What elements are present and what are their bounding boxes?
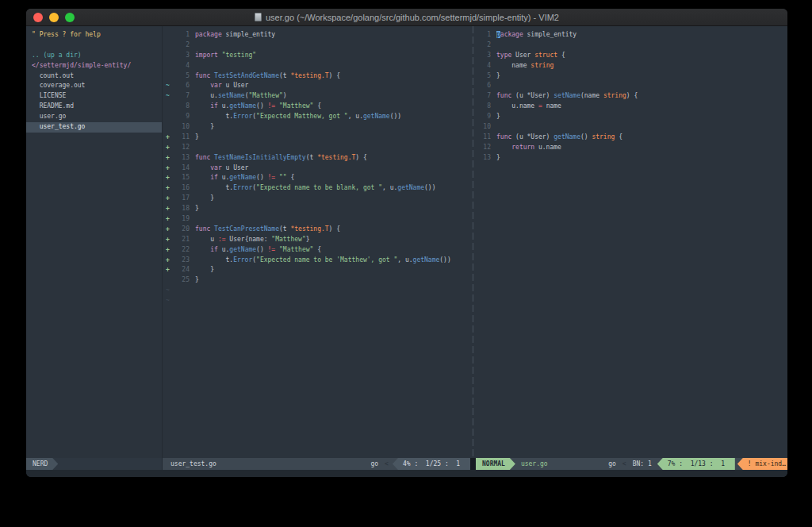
code-line[interactable]: 12 return u.name <box>478 143 787 153</box>
titlebar[interactable]: user.go (~/Workspace/golang/src/github.c… <box>26 9 787 26</box>
filetype-label: go <box>366 458 383 470</box>
code-line[interactable]: 2 <box>163 40 470 51</box>
gitgutter-sign: ~ <box>163 81 172 91</box>
sign-column <box>163 30 172 40</box>
line-number: 2 <box>172 40 190 51</box>
tree-item[interactable]: count.out <box>26 71 162 82</box>
zoom-button[interactable] <box>65 13 75 22</box>
line-number: 11 <box>172 133 190 143</box>
split-line <box>473 26 473 458</box>
nerdtree-status-label: NERD <box>26 458 58 470</box>
code-text: package simple_entity <box>491 30 576 40</box>
code-text: func (u *User) getName() string { <box>491 133 622 143</box>
line-number: 5 <box>172 71 190 82</box>
code-line[interactable]: 3type User struct { <box>478 51 787 61</box>
gitgutter-sign: + <box>163 183 172 194</box>
code-line[interactable]: ~6 var u User <box>163 81 470 91</box>
code-body-user-test[interactable]: 1package simple_entity 2 3import "testin… <box>163 26 470 458</box>
code-line[interactable]: +19 <box>163 214 470 225</box>
mixed-indent-warning: ! mix-ind… <box>737 458 787 470</box>
code-line[interactable]: 1package simple_entity <box>163 30 470 40</box>
sign-column <box>163 61 172 71</box>
line-number <box>172 286 190 296</box>
gitgutter-sign: + <box>163 214 172 225</box>
code-line[interactable]: 5} <box>478 71 787 82</box>
code-text: } <box>190 275 199 286</box>
code-line[interactable]: +16 t.Error("Expected name to be blank, … <box>163 183 470 194</box>
close-button[interactable] <box>33 13 43 22</box>
mode-indicator: NORMAL <box>476 458 515 470</box>
code-text: type User struct { <box>491 51 565 61</box>
code-line[interactable]: 10 } <box>163 122 470 133</box>
line-number: 3 <box>478 51 491 61</box>
tree-item[interactable]: LICENSE <box>26 91 162 102</box>
code-line[interactable]: +24 } <box>163 265 470 275</box>
tree-item[interactable]: .. (up a dir) <box>26 51 162 61</box>
code-text: if u.getName() != "" { <box>190 173 294 183</box>
line-number: 15 <box>172 173 190 183</box>
code-line[interactable]: +20func TestCanPresetName(t *testing.T) … <box>163 225 470 235</box>
code-line[interactable]: 7func (u *User) setName(name string) { <box>478 91 787 102</box>
minimize-button[interactable] <box>49 13 59 22</box>
tree-item[interactable]: " Press ? for help <box>26 30 162 40</box>
line-number: 24 <box>172 265 190 275</box>
code-line[interactable]: 5func TestSetAndGetName(t *testing.T) { <box>163 71 470 82</box>
code-line[interactable]: 11func (u *User) getName() string { <box>478 133 787 143</box>
code-line[interactable]: 4 name string <box>478 61 787 71</box>
nerdtree-body[interactable]: " Press ? for help .. (up a dir)</setter… <box>26 26 162 458</box>
code-text: name string <box>491 61 553 71</box>
code-line[interactable]: +13func TestNameIsInitiallyEmpty(t *test… <box>163 153 470 163</box>
vertical-split-separator[interactable] <box>470 26 476 470</box>
command-line[interactable] <box>26 470 787 477</box>
code-line[interactable]: 2 <box>478 40 787 51</box>
code-text: } <box>491 153 500 163</box>
editor-pane-user: 1package simple_entity23type User struct… <box>476 26 787 470</box>
code-line[interactable]: 25} <box>163 275 470 286</box>
line-number: 1 <box>172 30 190 40</box>
code-line[interactable]: 1package simple_entity <box>478 30 787 40</box>
code-body-user[interactable]: 1package simple_entity23type User struct… <box>476 26 787 458</box>
code-line[interactable]: 13} <box>478 153 787 163</box>
code-line[interactable]: 9} <box>478 112 787 122</box>
code-line[interactable]: 8 if u.getName() != "Matthew" { <box>163 102 470 112</box>
line-number: 9 <box>478 112 491 122</box>
code-text: } <box>491 71 500 82</box>
code-line[interactable]: 4 <box>163 61 470 71</box>
code-line[interactable]: +21 u := User{name: "Matthew"} <box>163 235 470 245</box>
code-line[interactable]: ~7 u.setName("Matthew") <box>163 91 470 102</box>
code-line[interactable]: 8 u.name = name <box>478 102 787 112</box>
code-line[interactable]: 6 <box>478 81 787 91</box>
code-text: } <box>491 112 500 122</box>
code-line[interactable]: +17 } <box>163 194 470 204</box>
line-number: 11 <box>478 133 491 143</box>
window-title-area: user.go (~/Workspace/golang/src/github.c… <box>26 9 787 25</box>
gitgutter-sign: + <box>163 204 172 214</box>
tree-item[interactable] <box>26 40 162 51</box>
sign-column <box>163 102 172 112</box>
tree-item[interactable]: README.md <box>26 102 162 112</box>
code-text: u.setName("Matthew") <box>190 91 287 102</box>
tree-item[interactable]: user.go <box>26 112 162 122</box>
tree-item[interactable]: user_test.go <box>26 122 162 133</box>
code-line[interactable]: ~ <box>163 296 470 306</box>
code-line[interactable]: 3import "testing" <box>163 51 470 61</box>
line-number: 3 <box>172 51 190 61</box>
code-line[interactable]: +18} <box>163 204 470 214</box>
code-line[interactable]: ~ <box>163 286 470 296</box>
ruler-position: 4% : 1/25 : 1 <box>393 458 470 470</box>
code-line[interactable]: 9 t.Error("Expected Matthew, got ", u.ge… <box>163 112 470 122</box>
line-number: 9 <box>172 112 190 122</box>
code-line[interactable]: +23 t.Error("Expected name to be 'Matthe… <box>163 256 470 266</box>
tree-item[interactable]: coverage.out <box>26 81 162 91</box>
line-number: 19 <box>172 214 190 225</box>
code-line[interactable]: +14 var u User <box>163 163 470 174</box>
code-line[interactable]: +11} <box>163 133 470 143</box>
code-line[interactable]: +15 if u.getName() != "" { <box>163 173 470 183</box>
code-line[interactable]: 10 <box>478 122 787 133</box>
code-line[interactable]: +22 if u.getName() != "Matthew" { <box>163 245 470 256</box>
code-line[interactable]: +12 <box>163 143 470 153</box>
line-number: 25 <box>172 275 190 286</box>
tree-item[interactable]: </settermjd/simple-entity/ <box>26 61 162 71</box>
status-filename: user_test.go <box>163 458 216 470</box>
code-text <box>190 40 195 51</box>
